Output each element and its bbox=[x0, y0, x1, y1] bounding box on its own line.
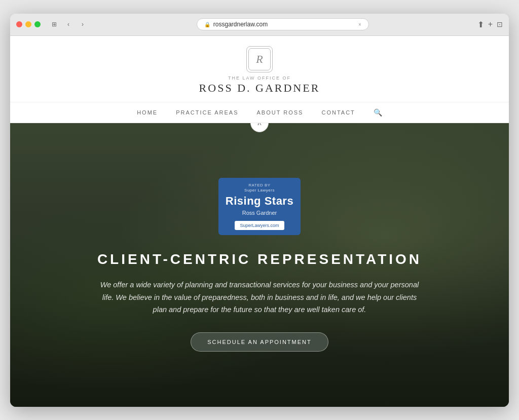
search-icon[interactable]: 🔍 bbox=[374, 108, 382, 117]
site-subtitle: THE LAW OFFICE OF bbox=[10, 75, 509, 81]
grid-icon[interactable]: ⊞ bbox=[49, 19, 60, 30]
nav-contact[interactable]: CONTACT bbox=[321, 109, 355, 116]
close-window-button[interactable] bbox=[16, 21, 22, 27]
logo-letter: R bbox=[256, 53, 263, 66]
browser-titlebar: ⊞ ‹ › 🔒 rossgardnerlaw.com × ⬆ + ⊡ bbox=[10, 14, 509, 36]
hero-section: R RATED BY Super Lawyers Rising Stars Ro… bbox=[10, 123, 509, 407]
browser-controls: ⊞ ‹ › bbox=[49, 19, 88, 30]
website-content: R THE LAW OFFICE OF ROSS D. GARDNER HOME… bbox=[10, 36, 509, 407]
address-bar[interactable]: 🔒 rossgardnerlaw.com × bbox=[197, 18, 369, 30]
site-title: ROSS D. GARDNER bbox=[10, 82, 509, 95]
traffic-lights bbox=[16, 21, 41, 27]
maximize-window-button[interactable] bbox=[34, 21, 41, 27]
minimize-window-button[interactable] bbox=[25, 21, 31, 27]
schedule-appointment-button[interactable]: SCHEDULE AN APPOINTMENT bbox=[191, 332, 328, 352]
new-tab-icon[interactable]: + bbox=[488, 20, 493, 29]
address-bar-area: 🔒 rossgardnerlaw.com × bbox=[92, 18, 473, 30]
hero-description: We offer a wide variety of planning and … bbox=[97, 279, 422, 316]
forward-button[interactable]: › bbox=[77, 19, 88, 30]
hero-logo-letter: R bbox=[257, 123, 262, 127]
hero-content: RATED BY Super Lawyers Rising Stars Ross… bbox=[58, 178, 461, 352]
share-icon[interactable]: ⬆ bbox=[477, 20, 484, 29]
badge-super-lawyers: Super Lawyers bbox=[226, 188, 293, 193]
tab-close-button[interactable]: × bbox=[358, 22, 361, 27]
lock-icon: 🔒 bbox=[204, 22, 210, 27]
logo-emblem: R bbox=[246, 46, 273, 72]
site-nav: HOME PRACTICE AREAS ABOUT ROSS CONTACT 🔍 bbox=[10, 102, 509, 123]
back-button[interactable]: ‹ bbox=[63, 19, 74, 30]
hero-heading-row: CLIENT-CENTRIC REPRESENTATION bbox=[88, 251, 431, 268]
nav-about-ross[interactable]: ABOUT ROSS bbox=[257, 109, 304, 116]
url-text: rossgardnerlaw.com bbox=[213, 21, 268, 28]
badge-rated-by: RATED BY bbox=[226, 183, 293, 187]
badge-title: Rising Stars bbox=[226, 195, 293, 208]
badge-website[interactable]: SuperLawyers.com bbox=[235, 221, 284, 230]
browser-right-controls: ⬆ + ⊡ bbox=[477, 20, 503, 29]
nav-home[interactable]: HOME bbox=[137, 109, 158, 116]
nav-practice-areas[interactable]: PRACTICE AREAS bbox=[176, 109, 238, 116]
hero-heading: CLIENT-CENTRIC REPRESENTATION bbox=[97, 251, 422, 268]
rising-stars-badge: RATED BY Super Lawyers Rising Stars Ross… bbox=[218, 178, 301, 235]
tabs-icon[interactable]: ⊡ bbox=[497, 20, 503, 28]
badge-name: Ross Gardner bbox=[226, 210, 293, 216]
site-header: R THE LAW OFFICE OF ROSS D. GARDNER HOME… bbox=[10, 36, 509, 123]
browser-window: ⊞ ‹ › 🔒 rossgardnerlaw.com × ⬆ + ⊡ R THE… bbox=[10, 14, 509, 407]
